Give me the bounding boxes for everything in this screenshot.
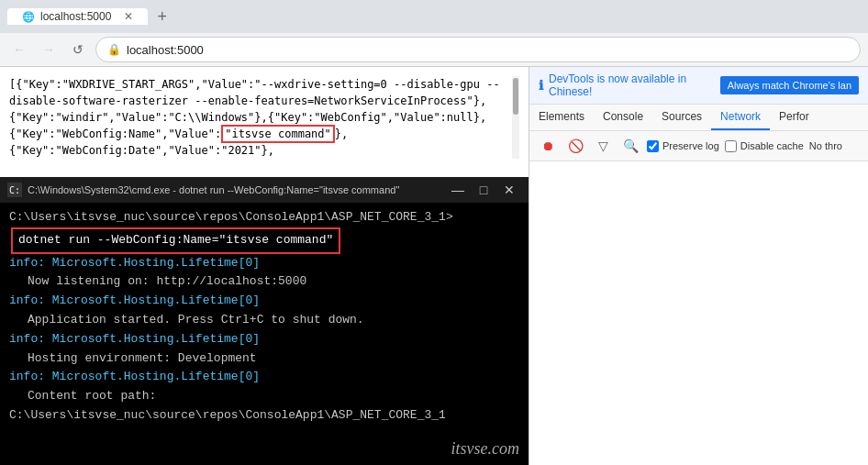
tab-sources[interactable]: Sources xyxy=(652,105,711,130)
tab-elements[interactable]: Elements xyxy=(529,105,594,130)
scroll-indicator[interactable] xyxy=(512,76,519,159)
new-tab-btn[interactable]: + xyxy=(148,6,176,28)
main-area: [{"Key":"WXDRIVE_START_ARGS","Value":"--… xyxy=(0,67,868,465)
address-text: localhost:5000 xyxy=(127,43,204,57)
cmd-restore-btn[interactable]: □ xyxy=(472,181,495,199)
json-line-1: [{"Key":"WXDRIVE_START_ARGS","Value":"--… xyxy=(9,76,508,93)
page-content: [{"Key":"WXDRIVE_START_ARGS","Value":"--… xyxy=(0,67,529,465)
json-output: [{"Key":"WXDRIVE_START_ARGS","Value":"--… xyxy=(9,76,519,159)
back-button[interactable]: ← xyxy=(7,38,31,61)
cmd-out-8: Content root path: C:\Users\itsvse_nuc\s… xyxy=(9,387,519,426)
cmd-minimize-btn[interactable]: — xyxy=(446,181,470,199)
watermark: itsvse.com xyxy=(451,439,519,459)
forward-button[interactable]: → xyxy=(37,38,61,61)
tab-performance[interactable]: Perfor xyxy=(770,105,818,130)
cmd-close-btn[interactable]: ✕ xyxy=(497,181,521,199)
cmd-prompt: C:\Users\itsvse_nuc\source\repos\Console… xyxy=(9,210,453,224)
filter-btn[interactable]: ▽ xyxy=(592,135,614,157)
cmd-prompt-line: C:\Users\itsvse_nuc\source\repos\Console… xyxy=(9,208,519,254)
devtools-content xyxy=(529,161,868,465)
devtools-info-text: DevTools is now available in Chinese! xyxy=(549,72,715,98)
devtools-toolbar: ⏺ 🚫 ▽ 🔍 Preserve log Disable cache No th… xyxy=(529,131,868,161)
cmd-body: C:\Users\itsvse_nuc\source\repos\Console… xyxy=(0,203,529,465)
cmd-out-5: info: Microsoft.Hosting.Lifetime[0] xyxy=(9,330,519,349)
cmd-info-3: info: Microsoft.Hosting.Lifetime[0] xyxy=(9,332,260,346)
record-btn[interactable]: ⏺ xyxy=(537,135,559,157)
preserve-log-text: Preserve log xyxy=(662,140,719,151)
devtools-tabs: Elements Console Sources Network Perfor xyxy=(529,105,868,131)
cmd-app-icon: C: xyxy=(7,183,22,197)
devtools-info-bar: ℹ DevTools is now available in Chinese! … xyxy=(529,67,868,105)
cmd-out-4: Application started. Press Ctrl+C to shu… xyxy=(9,311,519,330)
disable-cache-label[interactable]: Disable cache xyxy=(725,140,804,152)
cmd-out-3: info: Microsoft.Hosting.Lifetime[0] xyxy=(9,292,519,311)
tab-console[interactable]: Console xyxy=(594,105,652,130)
cmd-normal-3: Hosting environment: Development xyxy=(9,351,257,365)
tab-bar: 🌐 localhost:5000 ✕ + xyxy=(0,0,868,33)
cmd-window-controls: — □ ✕ xyxy=(446,181,521,199)
nav-bar: ← → ↺ 🔒 localhost:5000 xyxy=(0,33,868,66)
scroll-thumb xyxy=(513,78,518,115)
search-btn[interactable]: 🔍 xyxy=(619,135,641,157)
tab-close-icon[interactable]: ✕ xyxy=(124,10,133,23)
cmd-out-6: Hosting environment: Development xyxy=(9,349,519,369)
clear-btn[interactable]: 🚫 xyxy=(564,135,586,157)
cmd-info-2: info: Microsoft.Hosting.Lifetime[0] xyxy=(9,293,260,307)
cmd-out-2: Now listening on: http://localhost:5000 xyxy=(9,272,519,292)
cmd-out-1: info: Microsoft.Hosting.Lifetime[0] xyxy=(9,254,519,273)
always-match-btn[interactable]: Always match Chrome's lan xyxy=(720,76,859,94)
tab-network[interactable]: Network xyxy=(711,105,770,130)
cmd-info-4: info: Microsoft.Hosting.Lifetime[0] xyxy=(9,370,260,383)
cmd-normal-4: Content root path: C:\Users\itsvse_nuc\s… xyxy=(9,389,446,422)
preserve-log-label[interactable]: Preserve log xyxy=(647,140,719,152)
cmd-title-bar: C: C:\Windows\System32\cmd.exe - dotnet … xyxy=(0,177,529,203)
lock-icon: 🔒 xyxy=(107,43,121,56)
address-bar[interactable]: 🔒 localhost:5000 xyxy=(95,37,861,62)
cmd-out-7: info: Microsoft.Hosting.Lifetime[0] xyxy=(9,368,519,387)
cmd-command-highlight: dotnet run --WebConfig:Name="itsvse comm… xyxy=(11,227,340,254)
tab-title: localhost:5000 xyxy=(40,10,111,23)
info-icon: ℹ xyxy=(539,78,543,93)
browser-chrome: 🌐 localhost:5000 ✕ + ← → ↺ 🔒 localhost:5… xyxy=(0,0,868,67)
json-line-2: disable-software-rasterizer --enable-fea… xyxy=(9,93,508,109)
cmd-info-1: info: Microsoft.Hosting.Lifetime[0] xyxy=(9,256,260,270)
no-throttle-text: No thro xyxy=(809,140,842,151)
cmd-window: C: C:\Windows\System32\cmd.exe - dotnet … xyxy=(0,177,529,465)
cmd-normal-2: Application started. Press Ctrl+C to shu… xyxy=(9,313,364,327)
devtools-panel: ℹ DevTools is now available in Chinese! … xyxy=(529,67,868,465)
reload-button[interactable]: ↺ xyxy=(66,38,90,61)
disable-cache-text: Disable cache xyxy=(740,140,804,151)
json-line-5: {"Key":"WebConfig:Date","Value":"2021"}, xyxy=(9,142,508,159)
cmd-title-text: C:\Windows\System32\cmd.exe - dotnet run… xyxy=(28,184,399,195)
highlight-value: "itsvse command" xyxy=(221,125,335,143)
cmd-title-left: C: C:\Windows\System32\cmd.exe - dotnet … xyxy=(7,183,399,197)
json-line-4: {"Key":"WebConfig:Name","Value":"itsvse … xyxy=(9,126,508,142)
disable-cache-checkbox[interactable] xyxy=(725,140,737,152)
preserve-log-checkbox[interactable] xyxy=(647,140,659,152)
cmd-normal-1: Now listening on: http://localhost:5000 xyxy=(9,274,306,288)
json-line-3: {"Key":"windir","Value":"C:\\Windows"},{… xyxy=(9,109,508,126)
page-favicon: 🌐 xyxy=(22,11,35,23)
